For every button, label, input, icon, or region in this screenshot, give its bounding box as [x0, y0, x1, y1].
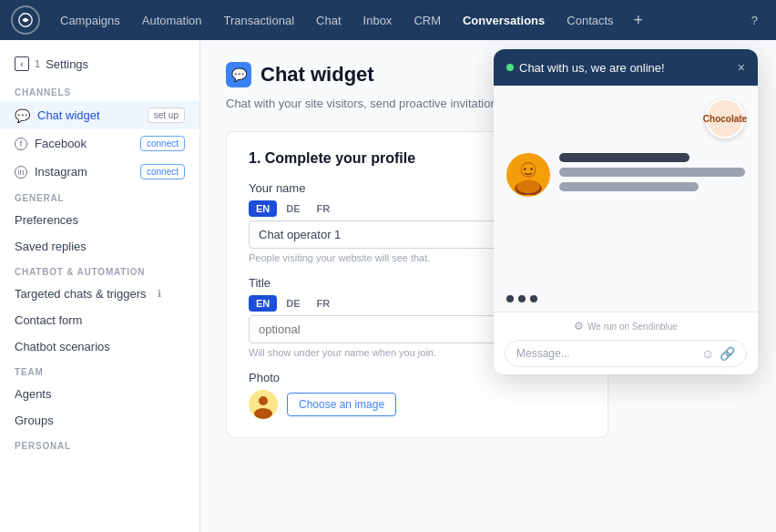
- page-title: Chat widget: [260, 63, 374, 87]
- svg-point-2: [254, 408, 272, 419]
- chat-preview-widget: Chat with us, we are online! × Chocolate: [494, 49, 758, 374]
- facebook-connect-badge[interactable]: connect: [140, 136, 185, 151]
- powered-icon: ⚙: [574, 320, 584, 332]
- powered-text: We run on Sendinblue: [587, 322, 678, 332]
- name-lang-en[interactable]: EN: [249, 200, 277, 217]
- sidebar-item-targeted-chats[interactable]: Targeted chats & triggers ℹ: [0, 281, 199, 307]
- agents-label: Agents: [15, 387, 51, 401]
- nav-contacts[interactable]: Contacts: [557, 10, 622, 31]
- title-lang-fr[interactable]: FR: [310, 295, 338, 312]
- saved-replies-label: Saved replies: [15, 240, 87, 253]
- sidebar-item-instagram[interactable]: in Instagram connect: [0, 158, 199, 186]
- add-menu-button[interactable]: +: [627, 11, 651, 30]
- sidebar-item-chatbot-scenarios[interactable]: Chatbot scenarios: [0, 333, 199, 360]
- typing-dot-2: [518, 295, 526, 302]
- sidebar-item-agents[interactable]: Agents: [0, 381, 199, 407]
- chat-close-button[interactable]: ×: [738, 60, 745, 75]
- brand-badge: Chocolate: [705, 98, 745, 138]
- instagram-label: Instagram: [35, 165, 87, 179]
- chat-typing-indicator: [494, 286, 758, 312]
- info-icon: ℹ: [158, 288, 161, 300]
- section-general: GENERAL: [0, 186, 199, 207]
- sidebar-item-facebook[interactable]: f Facebook connect: [0, 129, 199, 158]
- chat-preview-header: Chat with us, we are online! ×: [494, 49, 758, 86]
- typing-dot-1: [506, 295, 514, 302]
- name-lang-de[interactable]: DE: [279, 200, 307, 217]
- photo-row: Choose an image: [249, 390, 586, 419]
- preferences-label: Preferences: [15, 213, 78, 227]
- instagram-connect-badge[interactable]: connect: [140, 164, 185, 179]
- message-line-3: [559, 182, 699, 191]
- svg-point-7: [524, 168, 526, 170]
- chatbot-scenarios-label: Chatbot scenarios: [15, 340, 110, 353]
- chat-message-lines: [559, 153, 745, 197]
- section-channels: CHANNELS: [0, 80, 199, 101]
- logo[interactable]: [11, 5, 40, 35]
- section-personal: PERSONAL: [0, 434, 199, 455]
- chat-status: Chat with us, we are online!: [506, 61, 665, 75]
- message-placeholder: Message...: [516, 347, 701, 360]
- nav-chat[interactable]: Chat: [307, 10, 350, 31]
- chat-agent-row: [506, 153, 745, 197]
- content-area: 💬 Chat widget Chat with your site visito…: [200, 40, 776, 532]
- nav-inbox[interactable]: Inbox: [354, 10, 402, 31]
- back-number: 1: [35, 58, 40, 69]
- chat-widget-label: Chat widget: [37, 108, 100, 122]
- choose-image-button[interactable]: Choose an image: [287, 393, 396, 416]
- chat-widget-page-icon: 💬: [226, 62, 251, 87]
- groups-label: Groups: [15, 414, 54, 427]
- agent-avatar: [506, 153, 550, 197]
- targeted-chats-label: Targeted chats & triggers: [15, 287, 147, 301]
- emoji-icon[interactable]: ☺: [701, 346, 714, 361]
- attachment-icon[interactable]: 🔗: [720, 346, 735, 361]
- powered-by: ⚙ We run on Sendinblue: [505, 320, 747, 332]
- chat-footer: ⚙ We run on Sendinblue Message... ☺ 🔗: [494, 312, 758, 374]
- message-line-1: [559, 153, 689, 162]
- sidebar: ‹ 1 Settings CHANNELS 💬 Chat widget set …: [0, 40, 200, 532]
- facebook-label: Facebook: [35, 137, 87, 150]
- sidebar-item-chat-widget[interactable]: 💬 Chat widget set up: [0, 101, 199, 129]
- instagram-icon: in: [15, 166, 27, 179]
- name-lang-fr[interactable]: FR: [310, 200, 338, 217]
- nav-campaigns[interactable]: Campaigns: [51, 10, 129, 31]
- chat-preview-body: Chocolate: [494, 86, 758, 286]
- typing-dot-3: [530, 295, 537, 302]
- nav-transactional[interactable]: Transactional: [215, 10, 304, 31]
- title-lang-en[interactable]: EN: [249, 295, 277, 312]
- chat-input-icons: ☺ 🔗: [701, 346, 735, 361]
- contact-form-label: Contact form: [15, 313, 82, 327]
- main-layout: ‹ 1 Settings CHANNELS 💬 Chat widget set …: [0, 40, 776, 532]
- chat-widget-icon: 💬: [15, 108, 30, 123]
- nav-crm[interactable]: CRM: [404, 10, 450, 31]
- sidebar-back[interactable]: ‹ 1 Settings: [0, 51, 199, 80]
- settings-label: Settings: [46, 57, 88, 71]
- sidebar-item-preferences[interactable]: Preferences: [0, 207, 199, 233]
- section-chatbot: CHATBOT & AUTOMATION: [0, 260, 199, 281]
- photo-thumbnail: [249, 390, 278, 419]
- message-line-2: [559, 168, 745, 177]
- svg-point-8: [530, 168, 533, 170]
- help-button[interactable]: ?: [744, 10, 765, 31]
- nav-automation[interactable]: Automation: [133, 10, 211, 31]
- svg-point-6: [516, 180, 540, 194]
- chat-input-row[interactable]: Message... ☺ 🔗: [505, 340, 747, 367]
- title-lang-de[interactable]: DE: [279, 295, 307, 312]
- sidebar-item-saved-replies[interactable]: Saved replies: [0, 233, 199, 260]
- section-team: TEAM: [0, 360, 199, 381]
- nav-conversations[interactable]: Conversations: [454, 10, 554, 31]
- svg-point-1: [259, 396, 268, 405]
- sidebar-item-groups[interactable]: Groups: [0, 407, 199, 434]
- status-dot: [506, 64, 514, 71]
- setup-badge[interactable]: set up: [148, 107, 185, 123]
- chat-status-text: Chat with us, we are online!: [519, 61, 665, 75]
- facebook-icon: f: [15, 138, 27, 150]
- topnav: Campaigns Automation Transactional Chat …: [0, 0, 776, 40]
- back-arrow-icon: ‹: [15, 56, 29, 71]
- sidebar-item-contact-form[interactable]: Contact form: [0, 307, 199, 333]
